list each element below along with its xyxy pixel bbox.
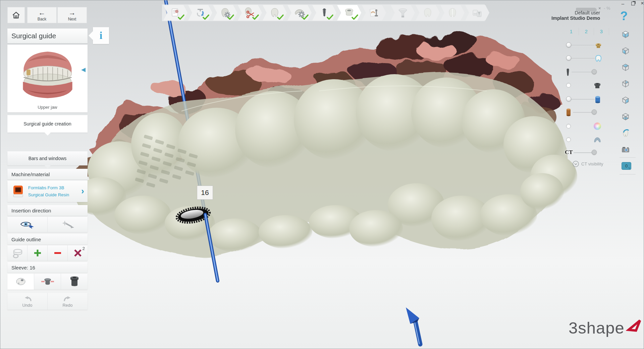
workflow-step-crown-design[interactable] [263,5,287,20]
sleeve-option-tall[interactable] [61,273,88,290]
guide-outline-edit-button[interactable] [7,245,27,261]
next-label: Next [68,17,76,21]
view-cube-left-button[interactable] [621,46,630,55]
next-arrow-icon: → [69,9,76,16]
jaw-selector-arrow-icon[interactable]: ◀ [81,66,86,73]
view-cube-right-button[interactable] [621,96,630,104]
workflow-step-jaw-alignment[interactable] [287,5,312,20]
restoration-tooth-icon [422,7,434,18]
color-mode-toggle [565,122,602,132]
sleeve-visibility-radio[interactable] [566,83,571,88]
workflow-step-export[interactable] [391,5,415,20]
help-button[interactable]: ? [620,9,628,23]
restoration-split-icon [446,7,459,18]
slider-track[interactable] [568,99,595,100]
next-button[interactable]: → Next [57,7,87,23]
sidebar-item-surgical-guide-creation[interactable]: Surgical guide creation [7,115,88,133]
slider-track[interactable] [568,58,595,59]
ct-visibility-toggle[interactable]: CT visibility [573,161,603,167]
restore-button[interactable] [628,0,638,6]
plus-icon [33,249,42,257]
item-label: Surgical guide creation [23,121,71,127]
user-name: Default user [575,10,600,15]
workflow-step-scan-import[interactable] [188,5,212,20]
workflow-step-segmentation[interactable] [238,5,262,20]
crown-highlight-icon[interactable] [594,54,602,62]
machine-material-row[interactable]: Formlabs Form 3B Surgical Guide Resin › [7,181,88,202]
item-notch [44,165,51,168]
slider-knob[interactable] [566,55,571,60]
blue-cylinder-icon[interactable] [594,95,601,104]
workflow-step-surgical-guide[interactable] [337,5,361,20]
workflow-step-implant-planning[interactable] [312,5,336,20]
screenshot-camera-button[interactable] [621,146,630,153]
sleeve-disc-icon [14,277,28,287]
printer-icon [471,7,483,18]
workflow-step-report[interactable] [362,5,386,20]
slider-knob[interactable] [592,150,597,155]
undo-button[interactable]: Undo [7,293,47,310]
remove-outline-point-button[interactable] [47,245,67,261]
panel-title: Surgical guide [7,29,88,43]
set-insertion-from-view-button[interactable] [7,217,47,232]
view-cube-bottom-button[interactable] [621,112,630,121]
printer-name: Formlabs Form 3B [28,185,81,190]
minimize-button[interactable]: – [618,0,628,6]
workflow-step-restoration-split[interactable] [440,5,465,20]
workflow-step-tooth-setup[interactable] [213,5,237,20]
view-cube-front-button[interactable] [621,30,630,39]
info-button[interactable]: i [93,27,109,44]
magic-wand-icon [60,219,75,230]
back-button[interactable]: ← Back [27,7,57,23]
implant-small-icon[interactable] [566,68,570,77]
slider-knob[interactable] [592,109,597,114]
view-cube-top-button[interactable] [621,63,630,71]
3d-viewport[interactable] [0,0,644,349]
redo-label: Redo [63,303,73,308]
view-preset-1[interactable]: 1 [564,28,579,35]
undo-redo-row: Undo Redo [7,293,88,310]
auto-insertion-direction-button[interactable] [47,217,88,232]
view-cube-back-button[interactable] [621,79,630,88]
workflow-step-restoration[interactable] [416,5,440,20]
machine-chevron-icon[interactable]: › [81,189,84,194]
gold-sleeve-icon[interactable] [594,42,602,49]
tooth-scan-button[interactable] [621,128,630,138]
color-wheel-icon[interactable] [594,122,601,130]
slider-track[interactable] [574,152,594,153]
jaw-scan-radio[interactable] [566,137,571,142]
delete-x-icon [73,249,82,257]
insertion-direction-row [7,217,88,232]
close-button[interactable]: × [638,0,644,6]
ct-opacity-slider: CT [565,148,602,158]
color-mode-radio[interactable] [566,124,571,129]
workflow-step-case-plan[interactable] [163,5,187,20]
info-icon: i [100,30,103,42]
redo-button[interactable]: Redo [47,293,88,310]
eye-direction-icon [20,219,35,230]
view-preset-2[interactable]: 2 [579,28,594,35]
minus-icon [53,249,62,257]
sleeve-option-pinned[interactable] [34,273,61,290]
logo-text: 3shape [569,320,625,336]
workflow-step-manufacture[interactable] [465,5,489,20]
add-outline-point-button[interactable] [27,245,47,261]
jaw-model-icon[interactable] [593,136,602,144]
slider-knob[interactable] [592,69,597,74]
slider-track[interactable] [568,45,595,46]
sleeve-option-disc[interactable] [7,273,34,290]
home-button[interactable] [7,7,25,23]
sidebar-item-bars-and-windows[interactable]: Bars and windows [7,151,88,165]
panel-title-text: Surgical guide [11,32,56,40]
view-preset-3[interactable]: 3 [594,28,609,35]
delete-outline-button[interactable]: 2 [67,245,88,261]
slider-track[interactable] [573,112,594,113]
dark-sleeve-icon[interactable] [593,82,602,90]
funnel-icon [397,7,409,18]
slider-track[interactable] [572,72,594,73]
slider-knob[interactable] [566,96,571,101]
undo-label: Undo [22,303,33,308]
comments-bubble-button[interactable]: 0 [622,162,631,170]
slider-knob[interactable] [566,42,571,47]
copper-cylinder-icon[interactable] [566,108,572,117]
